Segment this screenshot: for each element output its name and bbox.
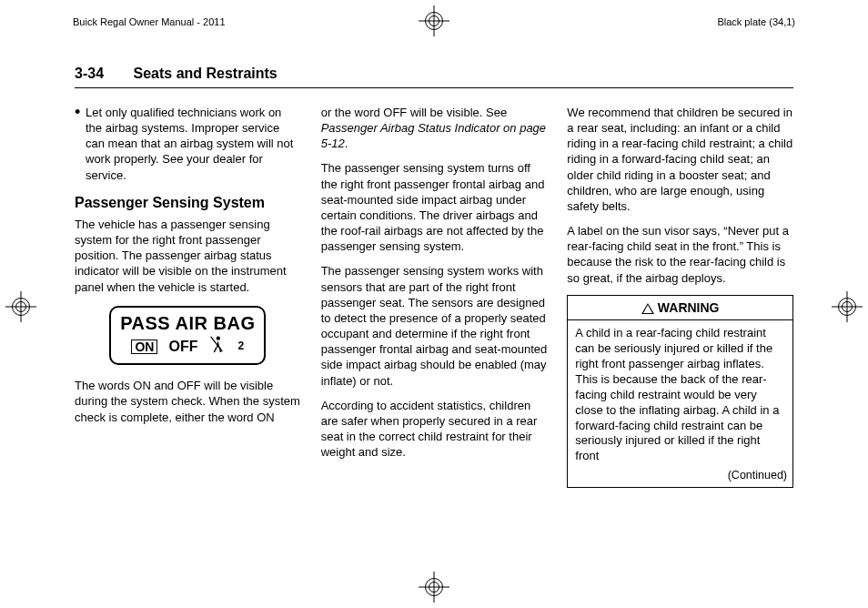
paragraph: The vehicle has a passenger sensing syst…	[75, 217, 301, 295]
text-run: or the word OFF will be visible. See	[321, 106, 507, 119]
warning-header: WARNING	[568, 296, 792, 320]
indicator-title: PASS AIR BAG	[120, 311, 255, 335]
print-header-left: Buick Regal Owner Manual - 2011	[73, 16, 226, 27]
page: Buick Regal Owner Manual - 2011 Black pl…	[0, 0, 868, 608]
registration-mark-right	[832, 291, 863, 322]
registration-mark-left	[5, 291, 36, 322]
cross-reference: Passenger Airbag Status Indicator on pag…	[321, 121, 546, 150]
registration-mark-bottom	[419, 572, 449, 603]
paragraph: The passenger sensing system works with …	[321, 263, 548, 388]
column-2: or the word OFF will be visible. See Pas…	[321, 105, 548, 488]
warning-box: WARNING A child in a rear-facing child r…	[567, 295, 793, 488]
column-3: We recommend that children be secured in…	[567, 105, 793, 488]
running-header: 3-34 Seats and Restraints	[75, 66, 793, 88]
indicator-off-label: OFF	[168, 337, 197, 356]
registration-mark-top	[419, 5, 449, 36]
paragraph: A label on the sun visor says, “Never pu…	[567, 223, 793, 286]
warning-body: A child in a rear-facing child restraint…	[568, 320, 792, 468]
continued-marker: (Continued)	[568, 468, 792, 487]
seatbelt-person-icon	[208, 335, 225, 358]
bullet-item: • Let only qualified technicians work on…	[75, 105, 301, 183]
svg-point-0	[217, 337, 220, 340]
indicator-on-label: ON	[131, 339, 157, 354]
subheading-passenger-sensing: Passenger Sensing System	[75, 194, 301, 211]
text-run: .	[345, 137, 348, 150]
paragraph: or the word OFF will be visible. See Pas…	[321, 105, 548, 151]
section-title: Seats and Restraints	[133, 66, 277, 81]
bullet-text: Let only qualified technicians work on t…	[86, 105, 301, 183]
bullet-dot-icon: •	[75, 105, 86, 183]
page-number: 3-34	[75, 66, 104, 81]
paragraph: We recommend that children be secured in…	[567, 105, 793, 214]
paragraph: The passenger sensing system turns off t…	[321, 160, 548, 254]
content-area: 3-34 Seats and Restraints • Let only qua…	[75, 66, 793, 488]
warning-triangle-icon	[641, 303, 654, 314]
paragraph: The words ON and OFF will be visible dur…	[75, 378, 301, 424]
column-1: • Let only qualified technicians work on…	[75, 105, 301, 488]
figure-footnote-number: 2	[237, 339, 244, 354]
airbag-indicator-figure: PASS AIR BAG ON OFF	[75, 306, 301, 366]
print-header-right: Black plate (34,1)	[717, 16, 795, 27]
warning-label: WARNING	[658, 300, 720, 315]
paragraph: According to accident statistics, childr…	[321, 398, 548, 461]
